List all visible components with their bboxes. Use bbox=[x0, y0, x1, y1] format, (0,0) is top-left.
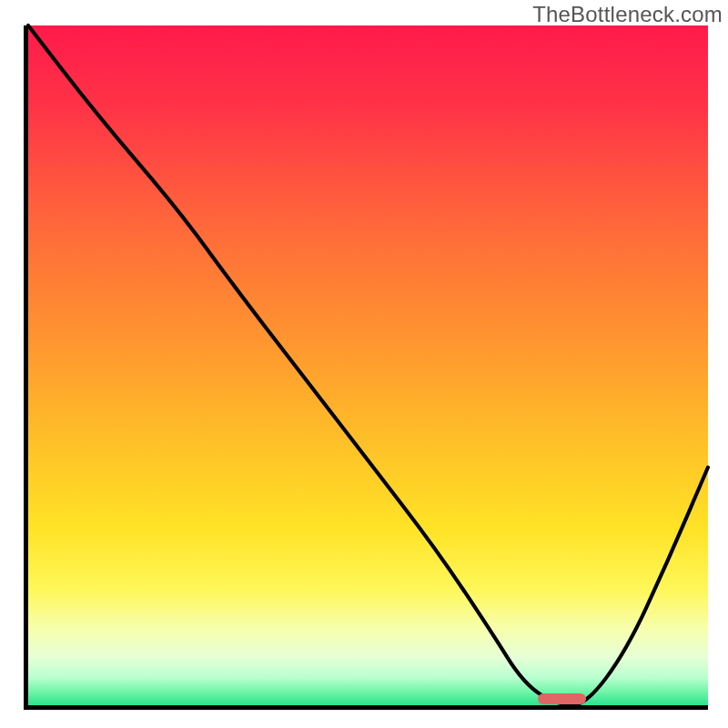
optimal-zone-marker bbox=[538, 693, 585, 704]
bottleneck-curve bbox=[28, 25, 708, 705]
watermark-label: TheBottleneck.com bbox=[532, 2, 723, 27]
chart-container: TheBottleneck.com bbox=[0, 0, 728, 728]
plot-area bbox=[24, 25, 708, 710]
